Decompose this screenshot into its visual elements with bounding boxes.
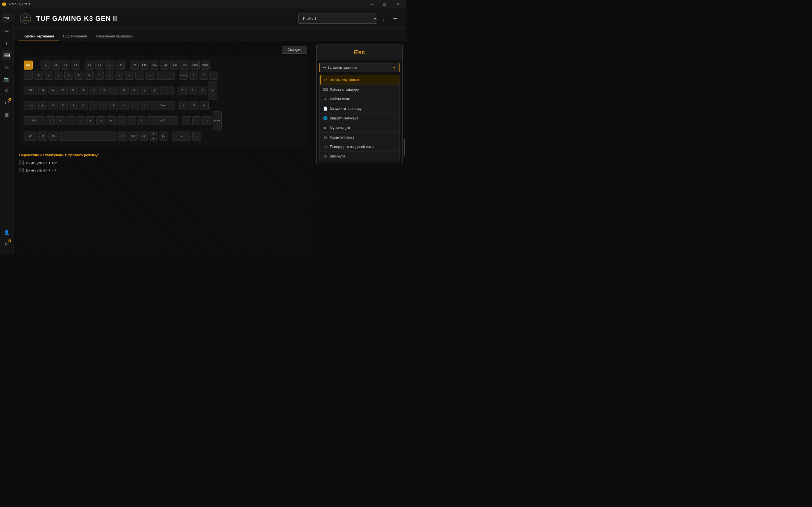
minimize-button[interactable]: ─ — [365, 0, 378, 8]
key-numsub[interactable]: - — [209, 71, 218, 80]
dropdown-header[interactable]: ↩ За замовчуванням ▼ — [319, 63, 400, 72]
key-6[interactable]: 6 — [85, 71, 94, 80]
key-num9[interactable]: 9 — [198, 86, 207, 95]
key-d[interactable]: D — [59, 101, 68, 110]
key-right[interactable]: ▷ — [159, 131, 168, 140]
key-backspace[interactable]: ← — [156, 71, 175, 80]
key-ins[interactable]: Ins — [181, 61, 190, 69]
sidebar-item-menu[interactable]: ☰ — [2, 26, 12, 37]
sidebar-item-scenario[interactable]: 📷 — [2, 74, 12, 84]
key-p[interactable]: P — [130, 86, 139, 95]
key-f3[interactable]: F3 — [61, 61, 70, 69]
key-f4[interactable]: F4 — [71, 61, 80, 69]
dropdown-item-text[interactable]: T| Попередньо введений текст — [320, 142, 399, 152]
key-5[interactable]: 5 — [74, 71, 84, 80]
key-c[interactable]: C — [66, 116, 75, 125]
close-button[interactable]: ✕ — [391, 0, 404, 8]
header-eq-button[interactable]: ⚌ — [390, 13, 400, 24]
key-fn[interactable]: Fn — [118, 131, 128, 140]
key-j[interactable]: J — [99, 101, 108, 110]
key-shift-l[interactable]: Shift — [24, 116, 45, 125]
key-pgdn[interactable]: PgDn — [201, 61, 210, 69]
key-k[interactable]: K — [109, 101, 118, 110]
key-q[interactable]: Q — [38, 86, 47, 95]
key-backslash[interactable]: \ — [160, 86, 174, 95]
key-semicolon[interactable]: ; — [130, 101, 139, 110]
key-equals[interactable]: = — [146, 71, 154, 80]
key-down[interactable]: ▼ — [149, 136, 158, 140]
key-r[interactable]: R — [69, 86, 78, 95]
key-num3[interactable]: 3 — [202, 116, 211, 125]
key-2[interactable]: 2 — [44, 71, 53, 80]
key-pgup[interactable]: PgUp — [191, 61, 200, 69]
key-n[interactable]: N — [96, 116, 105, 125]
key-rbracket[interactable]: ] — [150, 86, 159, 95]
sidebar-item-aura[interactable]: ◎ — [2, 62, 12, 72]
key-e[interactable]: E — [59, 86, 68, 95]
key-numdiv[interactable]: / — [189, 71, 198, 80]
tab-firmware[interactable]: Оновлення прошивки — [91, 32, 137, 41]
dropdown-item-default[interactable]: ↩ За замовчуванням — [320, 75, 399, 85]
key-lbracket[interactable]: [ — [140, 86, 149, 95]
key-3[interactable]: 3 — [54, 71, 63, 80]
dropdown-item-website[interactable]: 🌐 Відкрити веб-сайт — [320, 114, 399, 123]
key-f12[interactable]: F12 — [160, 61, 169, 69]
dropdown-item-windows[interactable]: ⌘ Ярлик Windows — [320, 133, 399, 142]
key-comma[interactable]: , — [117, 116, 126, 125]
checkbox-alt-tab-label[interactable]: Вимкнути Alt + Tab — [26, 161, 57, 165]
key-shift-r[interactable]: Shift — [147, 116, 178, 125]
key-1[interactable]: 1 — [34, 71, 43, 80]
key-slash[interactable]: / — [137, 116, 146, 125]
key-s[interactable]: S — [49, 101, 57, 110]
checkbox-alt-tab[interactable] — [19, 161, 24, 165]
reset-button[interactable]: Скинути — [282, 46, 307, 54]
key-f8[interactable]: F8 — [116, 61, 124, 69]
key-esc[interactable]: Esc — [24, 61, 33, 69]
key-f[interactable]: F — [69, 101, 78, 110]
key-w[interactable]: W — [49, 86, 57, 95]
key-g[interactable]: G — [79, 101, 88, 110]
key-ctrl-r[interactable]: Ctrl — [129, 131, 138, 140]
tab-lighting[interactable]: Підсвічування — [59, 32, 92, 41]
key-9[interactable]: 9 — [115, 71, 124, 80]
key-f9[interactable]: F9 — [130, 61, 139, 69]
dropdown-item-launch[interactable]: 📄 Запустити програму — [320, 104, 399, 114]
checkbox-alt-f4[interactable] — [19, 168, 24, 172]
key-win[interactable]: ⊞ — [38, 131, 47, 140]
key-l[interactable]: L — [119, 101, 129, 110]
dropdown-item-disable[interactable]: ⊘ Вимкнути — [320, 152, 399, 161]
key-up[interactable]: ▲ — [149, 131, 158, 135]
key-u[interactable]: U — [99, 86, 108, 95]
profile-select[interactable]: Profile 1 Profile 2 Profile 3 — [298, 13, 377, 24]
key-o[interactable]: O — [119, 86, 129, 95]
key-num0[interactable]: 0 — [172, 131, 191, 140]
key-numlock[interactable]: NumLk — [179, 71, 188, 80]
sidebar-item-device[interactable]: ⌨ — [2, 50, 12, 60]
key-4[interactable]: 4 — [64, 71, 73, 80]
dropdown-item-media[interactable]: ▶ Мультимедіа — [320, 123, 399, 133]
key-numenter[interactable]: Enter — [213, 111, 221, 130]
sidebar-item-profile[interactable]: 👤 — [2, 227, 12, 237]
key-m[interactable]: M — [107, 116, 116, 125]
key-f2[interactable]: F2 — [51, 61, 60, 69]
key-f5[interactable]: F5 — [85, 61, 94, 69]
key-f10[interactable]: F10 — [140, 61, 149, 69]
sidebar-item-badge[interactable]: 🏷 N — [2, 98, 12, 108]
key-num4[interactable]: 4 — [179, 101, 188, 110]
key-alt-l[interactable]: Alt — [49, 131, 57, 140]
checkbox-alt-f4-label[interactable]: Вимкнути Alt + F4 — [26, 168, 56, 172]
key-minus[interactable]: - — [135, 71, 144, 80]
key-8[interactable]: 8 — [105, 71, 114, 80]
key-left[interactable]: ◁ — [139, 131, 148, 140]
key-num6[interactable]: 6 — [200, 101, 209, 110]
maximize-button[interactable]: □ — [378, 0, 391, 8]
key-num7[interactable]: 7 — [177, 86, 187, 95]
key-ctrl-l[interactable]: Ctrl — [24, 131, 37, 140]
key-nummul[interactable]: * — [199, 71, 208, 80]
key-f6[interactable]: F6 — [95, 61, 104, 69]
key-v[interactable]: V — [76, 116, 85, 125]
sidebar-item-monitor[interactable]: ▦ — [2, 109, 12, 119]
key-a[interactable]: A — [38, 101, 47, 110]
key-period[interactable]: . — [127, 116, 136, 125]
key-numadd[interactable]: + — [208, 81, 217, 100]
